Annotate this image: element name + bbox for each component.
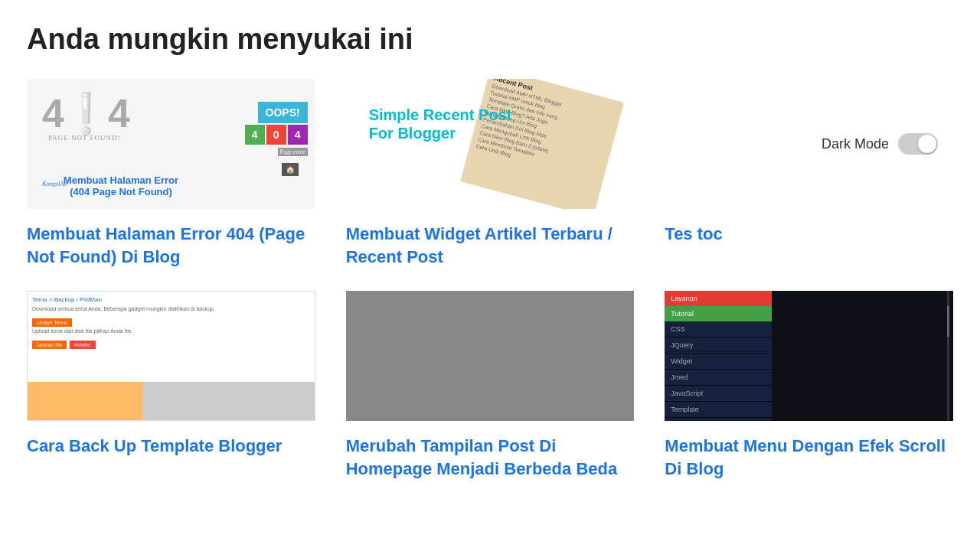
section-title: Anda mungkin menyukai ini <box>27 23 953 56</box>
menu-item-widget: Widget <box>665 354 772 370</box>
card-menu-image: Layanan Tutorial CSS JQuery Widget Jmed … <box>665 291 953 421</box>
menu-item-template: Template <box>665 402 772 418</box>
card-backup-image: Tema > Backup / PildMan Download semua t… <box>27 291 315 421</box>
menu-item-layanan: Layanan <box>665 291 772 306</box>
backup-btn-howler: Howler <box>70 341 96 349</box>
dark-mode-toggle[interactable] <box>898 133 938 155</box>
card-menu-title: Membuat Menu Dengan Efek Scroll Di Blog <box>665 435 953 480</box>
menu-item-blogger: Blogger <box>665 418 772 421</box>
menu-item-jquery: JQuery <box>665 337 772 354</box>
menu-item-tutorial: Tutorial <box>665 306 772 321</box>
recent-post-label: Simple Recent Post For Blogger <box>369 106 512 142</box>
backup-bottom-strip <box>28 382 315 420</box>
number-boxes: 4 0 4 <box>245 125 308 145</box>
menu-item-css: CSS <box>665 321 772 337</box>
grid-container: 4❕4 PAGE NOT FOUND! KompilAir OOPS! 4 0 … <box>27 79 953 481</box>
404-number: 4❕4 <box>42 90 127 137</box>
card-tampilan[interactable]: Merubah Tampilan Post Di Homepage Menjad… <box>346 291 635 480</box>
oops-panel: OOPS! <box>258 102 308 123</box>
page-not-found-text: PAGE NOT FOUND! <box>48 134 121 142</box>
scrollbar-thumb <box>947 306 949 337</box>
card-404[interactable]: 4❕4 PAGE NOT FOUND! KompilAir OOPS! 4 0 … <box>27 79 315 268</box>
menu-sidebar: Layanan Tutorial CSS JQuery Widget Jmed … <box>665 291 772 421</box>
card-toc-image: Dark Mode <box>665 79 953 209</box>
card-404-visual: 4❕4 PAGE NOT FOUND! KompilAir OOPS! 4 0 … <box>27 79 315 209</box>
dark-mode-label: Dark Mode <box>822 136 889 152</box>
card-menu-visual: Layanan Tutorial CSS JQuery Widget Jmed … <box>665 291 953 421</box>
card-tes-toc[interactable]: Dark Mode Tes toc <box>665 79 953 268</box>
card-menu[interactable]: Layanan Tutorial CSS JQuery Widget Jmed … <box>665 291 953 480</box>
backup-btn-upload: Upload file <box>32 341 67 349</box>
menu-item-jmed: Jmed <box>665 370 772 386</box>
card-404-title: Membuat Halaman Error 404 (Page Not Foun… <box>27 223 315 268</box>
backup-content1: Download semua tema Anda. Beberapa gadge… <box>32 306 310 311</box>
card-darkmode-visual: Dark Mode <box>665 79 953 209</box>
backup-content2: Upload tema dari disk file pilihan Anda … <box>32 328 310 334</box>
card-recent-post[interactable]: Recent Post Download AMP HTML Blogger Tu… <box>346 79 635 268</box>
page-error-label: Page error <box>278 148 308 156</box>
num-box-4a: 4 <box>245 125 265 145</box>
home-btn: 🏠 <box>282 163 299 176</box>
card-gray-visual <box>346 291 635 421</box>
backup-btn-unduh: Unduh Tema <box>32 318 72 327</box>
card-recent-visual: Recent Post Download AMP HTML Blogger Tu… <box>346 79 635 209</box>
toggle-knob <box>918 135 936 153</box>
card-backup[interactable]: Tema > Backup / PildMan Download semua t… <box>27 291 315 480</box>
card-toc-title: Tes toc <box>665 223 953 246</box>
card-404-image: 4❕4 PAGE NOT FOUND! KompilAir OOPS! 4 0 … <box>27 79 315 209</box>
page-wrapper: Anda mungkin menyukai ini 4❕4 PAGE NOT F… <box>0 0 980 504</box>
menu-item-javascript: JavaScript <box>665 386 772 402</box>
recent-post-book: Recent Post Download AMP HTML Blogger Tu… <box>460 79 624 209</box>
num-box-0: 0 <box>266 125 286 145</box>
backup-breadcrumb: Tema > Backup / PildMan <box>32 296 310 303</box>
card-recent-image: Recent Post Download AMP HTML Blogger Tu… <box>346 79 635 209</box>
card-backup-title: Cara Back Up Template Blogger <box>27 435 315 458</box>
card-recent-title: Membuat Widget Artikel Terbaru / Recent … <box>346 223 635 268</box>
card1-bottom-text: Membuat Halaman Error(404 Page Not Found… <box>34 174 207 197</box>
card-tampilan-image <box>346 291 635 421</box>
card-backup-visual: Tema > Backup / PildMan Download semua t… <box>27 291 315 421</box>
card-tampilan-title: Merubah Tampilan Post Di Homepage Menjad… <box>346 435 635 480</box>
menu-right-content <box>772 291 953 421</box>
num-box-4b: 4 <box>288 125 308 145</box>
